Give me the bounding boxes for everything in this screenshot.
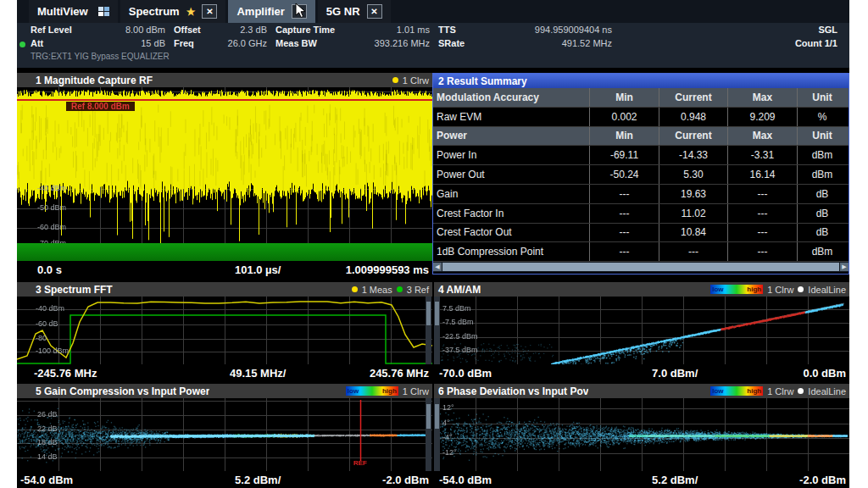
tab-amplifier-label: Amplifier — [236, 5, 284, 18]
result-summary-cell: -69.11 — [590, 146, 659, 164]
density-colormap-legend: low high — [346, 386, 398, 396]
y-axis-label: -12° — [442, 448, 457, 457]
x-scale: 7.0 dBm/ — [652, 367, 698, 380]
idealline-dot-icon — [798, 286, 804, 292]
horizontal-scrollbar[interactable]: ◀ ▶ — [433, 262, 849, 272]
meas-trace-dot-icon — [352, 286, 358, 292]
y-axis-label: -4° — [442, 433, 453, 441]
status-count: Count 1/1 — [620, 38, 849, 48]
multiview-grid-icon — [98, 7, 109, 16]
ref-marker-label: REF — [353, 459, 367, 467]
x-stop: 245.76 MHz — [370, 367, 432, 380]
result-summary-cell: Raw EVM — [433, 108, 590, 126]
panel6-header[interactable]: 6 Phase Deviation vs Input Pov low high … — [434, 384, 849, 398]
panel1-title: 1 Magnitude Capture RF — [17, 75, 153, 86]
density-colormap-legend: low high — [710, 386, 763, 396]
result-summary-cell: Current — [659, 127, 728, 146]
y-axis-label: -40 dBm — [36, 304, 64, 313]
star-icon: ★ — [186, 6, 196, 18]
panel2-header[interactable]: 2 Result Summary — [433, 74, 849, 88]
setting-freq[interactable]: Freq 26.0 GHz — [174, 38, 275, 48]
x-scale: 101.0 µs/ — [235, 263, 281, 276]
panel4-v-scrollbar[interactable] — [434, 297, 440, 364]
result-summary-row: 1dB Compression Point---------dBm — [433, 242, 849, 262]
tab-multiview[interactable]: MultiView — [29, 0, 118, 23]
colormap-high-label: high — [382, 387, 397, 395]
result-summary-cell: --- — [728, 224, 798, 242]
setting-offset[interactable]: Offset 2.3 dB — [174, 25, 275, 35]
y-axis-label: 18 dB — [37, 438, 58, 446]
tab-spectrum[interactable]: Spectrum ★ ✕ — [120, 0, 226, 23]
result-summary-cell: Power Out — [433, 165, 590, 184]
panel6-x-axis: -54.0 dBm 5.2 dBm/ -2.0 dBm — [434, 471, 849, 488]
setting-srate[interactable]: SRate 491.52 MHz — [438, 38, 620, 48]
setting-ref-level[interactable]: Ref Level 8.00 dBm — [17, 25, 174, 35]
y-axis-label: -60 dBm — [37, 223, 66, 231]
panel6-legend-clrw: 1 Clrw — [767, 386, 793, 396]
x-start: -245.76 MHz — [34, 367, 97, 380]
x-stop: 1.009999593 ms — [346, 263, 432, 276]
result-summary-cell: 0.002 — [590, 108, 659, 126]
setting-capture-time[interactable]: Capture Time 1.01 ms — [275, 25, 438, 35]
result-summary-cell: --- — [728, 185, 798, 203]
y-axis-label: -80 — [36, 334, 47, 342]
result-summary-row: Power In-69.11-14.33-3.31dBm — [433, 146, 849, 165]
colormap-high-label: high — [747, 387, 761, 395]
panel3-v-scrollbar[interactable] — [426, 297, 431, 364]
trace1-dot-icon — [392, 77, 398, 83]
panel4-plot — [434, 297, 849, 364]
mouse-cursor — [295, 3, 307, 19]
close-icon[interactable]: ✕ — [202, 4, 217, 19]
ref-trace-dot-icon — [397, 286, 403, 292]
idealline-dot-icon — [798, 388, 804, 394]
y-axis-label: 4° — [442, 419, 450, 427]
result-summary-cell: 5.30 — [659, 165, 728, 184]
close-icon[interactable]: ✕ — [367, 4, 382, 19]
y-axis-label: -60 dB — [36, 319, 58, 328]
result-summary-cell: --- — [590, 185, 659, 203]
result-summary-cell: 10.84 — [659, 224, 728, 242]
y-axis-label: -37.5 dBm — [442, 346, 478, 354]
result-summary-cell: -14.33 — [659, 146, 728, 164]
panel3-legend-meas: 1 Meas — [362, 285, 392, 295]
y-axis-label: -100 dBm — [36, 347, 69, 355]
gain-compression-canvas — [17, 398, 432, 471]
analysis-region-bar — [17, 243, 432, 261]
density-colormap-legend: low high — [710, 285, 763, 294]
scroll-right-icon[interactable]: ▶ — [840, 263, 849, 271]
trigger-status: TRG:EXT1 YIG Bypass EQUALIZER — [17, 50, 849, 63]
result-summary-cell: 0.948 — [659, 108, 728, 126]
panel5-v-scrollbar[interactable] — [426, 398, 431, 471]
result-summary-cell: 19.63 — [659, 185, 728, 203]
result-summary-cell: --- — [590, 224, 659, 242]
panel5-title: 5 Gain Compression vs Input Power — [17, 385, 209, 397]
setting-meas-bw[interactable]: Meas BW 393.216 MHz — [275, 38, 438, 48]
result-summary-cell: Modulation Accuracy — [433, 88, 590, 107]
scrollbar-thumb[interactable] — [442, 263, 839, 271]
phase-deviation-canvas — [434, 398, 849, 471]
panel1-header[interactable]: 1 Magnitude Capture RF 1 Clrw — [17, 73, 432, 87]
status-green-dot — [19, 42, 25, 47]
ref-level-line — [17, 99, 432, 101]
panel4-header[interactable]: 4 AM/AM low high 1 Clrw IdealLine — [434, 282, 849, 297]
setting-tts[interactable]: TTS 994.959009404 ns — [438, 25, 620, 35]
panel4-x-axis: -70.0 dBm 7.0 dBm/ 0.0 dBm — [434, 364, 849, 381]
y-axis-label: 7.5 dBm — [442, 304, 471, 313]
panel5-x-axis: -54.0 dBm 5.2 dBm/ -2.0 dBm — [17, 471, 432, 488]
scroll-left-icon[interactable]: ◀ — [433, 263, 442, 271]
y-axis-label: 26 dB — [37, 410, 58, 419]
result-summary-cell: dBm — [798, 146, 847, 164]
y-axis-label: -50 dBm — [37, 203, 66, 212]
result-summary-cell: --- — [728, 204, 798, 223]
colormap-low-label: low — [712, 286, 723, 293]
x-start: -54.0 dBm — [439, 474, 492, 486]
panel5-header[interactable]: 5 Gain Compression vs Input Power low hi… — [17, 384, 432, 398]
result-summary-cell: --- — [728, 242, 798, 261]
panel3-header[interactable]: 3 Spectrum FFT 1 Meas 3 Ref — [17, 282, 432, 297]
setting-att[interactable]: Att 15 dB — [17, 38, 174, 48]
tab-5gnr[interactable]: 5G NR ✕ — [318, 0, 391, 23]
x-scale: 5.2 dBm/ — [235, 474, 281, 486]
colormap-high-label: high — [747, 286, 761, 293]
panel6-v-scrollbar[interactable] — [434, 398, 440, 471]
status-sgl: SGL — [620, 25, 849, 35]
